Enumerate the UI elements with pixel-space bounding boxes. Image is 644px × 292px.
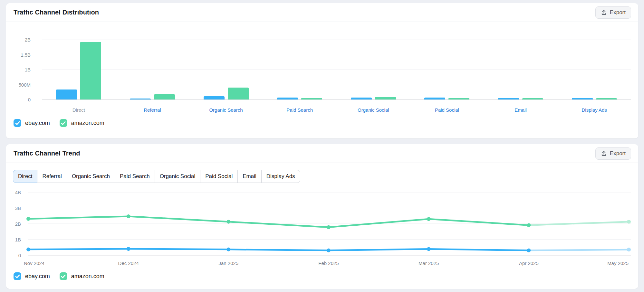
export-upload-icon xyxy=(601,9,607,15)
checkbox-checked-icon[interactable] xyxy=(14,272,21,280)
bar-amazon-com-referral xyxy=(154,94,175,99)
panel-title: Traffic Channel Distribution xyxy=(14,9,99,16)
bar-y-axis-tick: 500M xyxy=(18,82,31,87)
bar-ebay-com-display-ads xyxy=(572,98,593,99)
bar-amazon-com-organic-social xyxy=(375,97,396,99)
bar-chart-y-axis: 2B1.5B1B500M0 xyxy=(6,40,34,99)
bar-chart-category-labels: DirectReferralOrganic SearchPaid SearchO… xyxy=(42,107,631,113)
legend-label: amazon.com xyxy=(71,120,104,127)
series-line-ebay-com xyxy=(529,250,629,250)
data-point-amazon-com-mar-2025 xyxy=(427,217,431,221)
category-link-organic-social[interactable]: Organic Social xyxy=(337,107,410,113)
tab-direct[interactable]: Direct xyxy=(13,170,37,183)
category-link-referral[interactable]: Referral xyxy=(116,107,189,113)
checkbox-checked-icon[interactable] xyxy=(60,119,67,127)
category-link-paid-search[interactable]: Paid Search xyxy=(263,107,337,113)
panel-header: Traffic Channel Trend Export xyxy=(6,144,638,163)
trend-legend-item-ebay-com[interactable]: ebay.com xyxy=(14,272,50,280)
bar-y-axis-tick: 1.5B xyxy=(21,52,31,57)
x-axis-tick-may-2025: May 2025 xyxy=(607,260,629,266)
x-axis-tick-nov-2024: Nov 2024 xyxy=(24,260,44,266)
bar-group-paid-search xyxy=(263,40,337,99)
bar-chart-plot xyxy=(42,40,631,99)
legend-label: amazon.com xyxy=(71,273,104,280)
bar-y-axis-tick: 2B xyxy=(25,37,31,42)
line-chart-svg xyxy=(28,192,631,255)
panel-traffic-channel-distribution: Traffic Channel Distribution Export 2B1.… xyxy=(6,3,638,138)
bar-ebay-com-organic-social xyxy=(351,98,372,99)
x-axis-tick-apr-2025: Apr 2025 xyxy=(519,260,539,266)
data-point-amazon-com-feb-2025 xyxy=(327,225,331,229)
gridline xyxy=(42,99,631,100)
bar-ebay-com-paid-search xyxy=(277,98,298,99)
bar-group-paid-social xyxy=(410,40,484,99)
tab-email[interactable]: Email xyxy=(237,170,262,183)
series-line-amazon-com xyxy=(529,222,629,225)
line-y-axis-tick: 1B xyxy=(15,237,21,242)
bar-group-referral xyxy=(116,40,189,99)
category-link-paid-social[interactable]: Paid Social xyxy=(410,107,484,113)
bar-y-axis-tick: 1B xyxy=(25,67,31,72)
data-point-amazon-com-apr-2025 xyxy=(527,223,531,227)
panel-title: Traffic Channel Trend xyxy=(14,150,80,157)
data-point-amazon-com-may-2025 xyxy=(627,220,631,224)
data-point-amazon-com-jan-2025 xyxy=(226,220,230,224)
checkbox-checked-icon[interactable] xyxy=(14,119,21,127)
line-chart-y-axis: 4B3B2B1B0 xyxy=(6,192,24,255)
data-point-ebay-com-jan-2025 xyxy=(226,248,230,251)
category-link-organic-search[interactable]: Organic Search xyxy=(189,107,263,113)
bar-amazon-com-organic-search xyxy=(228,88,249,99)
bar-group-organic-search xyxy=(189,40,263,99)
export-upload-icon xyxy=(601,150,607,156)
tab-paid-social[interactable]: Paid Social xyxy=(200,170,238,183)
data-point-amazon-com-dec-2024 xyxy=(127,214,130,218)
series-line-ebay-com xyxy=(28,249,529,250)
channel-tabs: DirectReferralOrganic SearchPaid SearchO… xyxy=(13,170,638,183)
category-link-direct[interactable]: Direct xyxy=(42,107,116,113)
data-point-ebay-com-feb-2025 xyxy=(327,249,331,252)
legend-label: ebay.com xyxy=(25,120,50,127)
bar-group-email xyxy=(484,40,558,99)
distribution-legend-item-amazon-com[interactable]: amazon.com xyxy=(60,119,104,127)
bar-amazon-com-paid-search xyxy=(301,98,322,99)
tab-paid-search[interactable]: Paid Search xyxy=(115,170,155,183)
panel-header: Traffic Channel Distribution Export xyxy=(6,3,638,22)
trend-legend: ebay.comamazon.com xyxy=(6,272,638,280)
tab-organic-search[interactable]: Organic Search xyxy=(67,170,115,183)
x-axis-tick-jan-2025: Jan 2025 xyxy=(218,260,238,266)
bar-chart: 2B1.5B1B500M0 xyxy=(6,40,638,99)
line-chart-plot xyxy=(28,192,631,255)
data-point-ebay-com-dec-2024 xyxy=(127,247,130,251)
data-point-ebay-com-mar-2025 xyxy=(427,247,431,251)
data-point-ebay-com-may-2025 xyxy=(627,248,631,251)
bar-group-display-ads xyxy=(557,40,631,99)
category-link-display-ads[interactable]: Display Ads xyxy=(557,107,631,113)
export-label: Export xyxy=(610,150,626,157)
line-y-axis-tick: 3B xyxy=(15,205,21,211)
line-y-axis-tick: 0 xyxy=(18,253,21,258)
line-chart-x-axis: Nov 2024Dec 2024Jan 2025Feb 2025Mar 2025… xyxy=(28,260,631,267)
export-label: Export xyxy=(610,9,626,16)
bar-ebay-com-direct xyxy=(56,89,77,99)
bar-ebay-com-email xyxy=(498,98,519,99)
bar-ebay-com-organic-search xyxy=(204,96,225,99)
tab-referral[interactable]: Referral xyxy=(37,170,67,183)
trend-legend-item-amazon-com[interactable]: amazon.com xyxy=(60,272,104,280)
distribution-legend: ebay.comamazon.com xyxy=(6,119,638,127)
data-point-ebay-com-nov-2024 xyxy=(26,248,30,251)
tab-display-ads[interactable]: Display Ads xyxy=(261,170,300,183)
tab-organic-social[interactable]: Organic Social xyxy=(155,170,201,183)
x-axis-tick-feb-2025: Feb 2025 xyxy=(318,260,339,266)
bar-ebay-com-paid-social xyxy=(424,98,445,99)
category-link-email[interactable]: Email xyxy=(484,107,558,113)
checkbox-checked-icon[interactable] xyxy=(60,272,67,280)
bar-amazon-com-email xyxy=(522,98,543,99)
dashboard-page: Traffic Channel Distribution Export 2B1.… xyxy=(0,0,644,292)
bar-group-organic-social xyxy=(337,40,410,99)
data-point-ebay-com-apr-2025 xyxy=(527,249,531,252)
export-button[interactable]: Export xyxy=(595,147,631,160)
bar-group-direct xyxy=(42,40,116,99)
export-button[interactable]: Export xyxy=(595,6,631,19)
bar-amazon-com-display-ads xyxy=(596,98,617,99)
distribution-legend-item-ebay-com[interactable]: ebay.com xyxy=(14,119,50,127)
